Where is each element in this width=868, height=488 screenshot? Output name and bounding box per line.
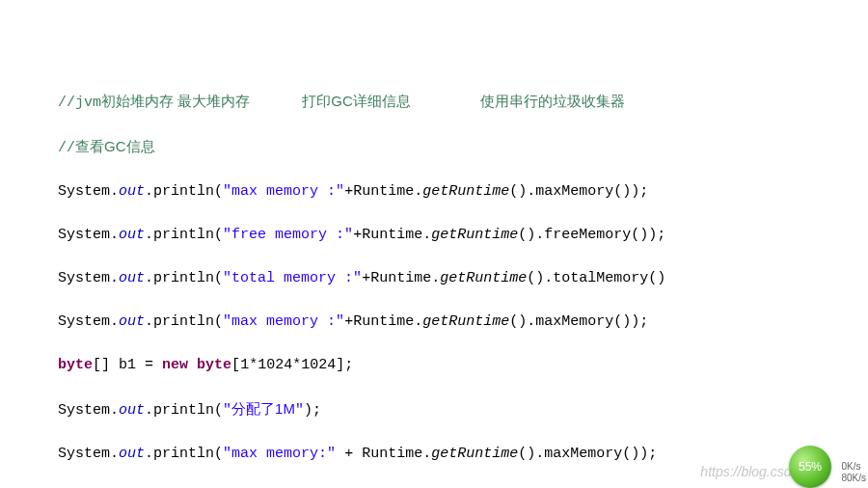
comment: // bbox=[58, 140, 75, 156]
comment-cn: 初始堆内存 最大堆内存 bbox=[101, 93, 250, 109]
code-line: System.out.println("max memory :"+Runtim… bbox=[58, 312, 868, 334]
string-literal: "total memory :" bbox=[223, 270, 362, 286]
code-line: byte[] b1 = new byte[1*1024*1024]; bbox=[58, 355, 868, 377]
string-literal: "free memory :" bbox=[223, 227, 353, 243]
comment-cn: 查看GC信息 bbox=[75, 138, 155, 154]
string-literal: "max memory :" bbox=[223, 313, 344, 330]
speed-indicator: 0K/s80K/s bbox=[841, 461, 866, 484]
code-line: //jvm初始堆内存 最大堆内存 打印GC详细信息 使用串行的垃圾收集器 bbox=[58, 91, 868, 115]
code-line: System.out.println("total memory :"+Runt… bbox=[58, 268, 868, 290]
progress-badge: 55% bbox=[789, 446, 831, 488]
code-line: System.out.println("max memory :"+Runtim… bbox=[58, 181, 868, 203]
code-line: System.out.println("分配了1M"); bbox=[58, 398, 868, 422]
string-literal: "max memory :" bbox=[223, 183, 344, 200]
comment-cn: 使用串行的垃圾收集器 bbox=[480, 93, 625, 109]
code-line: System.out.println("free memory :"+Runti… bbox=[58, 225, 868, 247]
comment: //jvm bbox=[58, 95, 101, 111]
code-line: //查看GC信息 bbox=[58, 136, 868, 160]
keyword-new: new bbox=[162, 357, 188, 373]
comment-cn: 打印GC详细信息 bbox=[302, 93, 411, 109]
string-literal-cn: 分配了1M bbox=[231, 400, 295, 417]
string-literal: "max memory:" bbox=[223, 446, 336, 462]
field-out: out bbox=[119, 183, 145, 200]
keyword-byte: byte bbox=[58, 357, 93, 373]
